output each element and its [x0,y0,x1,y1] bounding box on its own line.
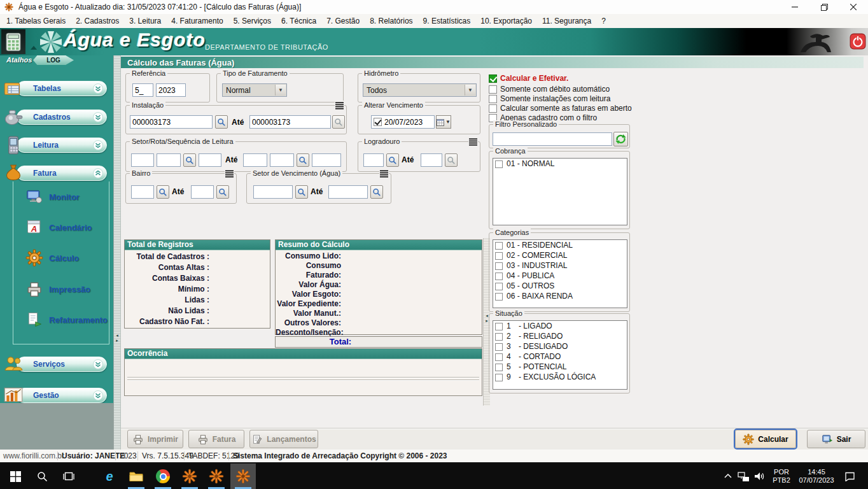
calcular-efetivar-option[interactable]: Calcular e Efetivar. [489,74,568,83]
menu-item-tabelas-gerais[interactable]: 1. Tabelas Gerais [1,15,71,27]
situacao-item[interactable]: 2- RELIGADO [493,331,627,341]
situacao-item[interactable]: 9- EXCLUSÃO LÓGICA [493,372,627,382]
vencimento-checkbox[interactable] [374,118,382,126]
sair-button[interactable]: Sair [807,430,865,448]
list-icon[interactable] [335,101,344,112]
sidebar-splitter[interactable]: ◂ ▸ [113,55,121,450]
lancamentos-button[interactable]: Lançamentos [249,430,318,448]
setor-input-4[interactable] [243,153,267,167]
tray-clock-button[interactable]: 14:4507/07/2023 [795,464,837,489]
sidebar-group-servicos[interactable]: Serviços [3,355,111,374]
taskbar-search-button[interactable] [29,464,55,489]
calcular-efetivar-checkbox[interactable] [489,74,497,83]
tipo-faturamento-select[interactable]: Normal ▼ [222,83,287,97]
situacao-item[interactable]: 3- DESLIGADO [493,341,627,351]
filtro-apply-button[interactable] [613,132,628,146]
cobranca-item-checkbox[interactable] [495,160,503,168]
categoria-item[interactable]: 03 - INDUSTRIAL [493,260,627,271]
setor-vencimento-from-search-button[interactable] [295,185,308,199]
faturas-aberto-checkbox[interactable] [489,104,497,113]
taskbar-chrome-button[interactable] [150,464,176,489]
collapse-arrow-icon[interactable] [31,46,37,50]
situacao-checkbox[interactable] [495,343,503,351]
taskbar-fiorilli-button-1[interactable] [177,464,202,489]
categoria-item[interactable]: 06 - BAIXA RENDA [493,291,627,301]
menu-item-servicos[interactable]: 5. Serviços [228,15,276,27]
categoria-item[interactable]: 02 - COMERCIAL [493,250,627,260]
categoria-item[interactable]: 01 - RESIDENCIAL [493,240,627,250]
setor-input-5[interactable] [270,153,294,167]
menu-item-leitura[interactable]: 3. Leitura [124,15,166,27]
setor-input-1[interactable] [131,153,154,167]
categoria-item[interactable]: 04 - PUBLICA [493,271,627,281]
instalacao-from-input[interactable] [130,115,213,129]
logradouro-from-input[interactable] [363,153,384,167]
date-picker-button[interactable]: ▼ [436,115,451,129]
setor-search-button-1[interactable] [183,153,196,167]
power-button[interactable] [850,33,866,50]
tray-network-button[interactable] [736,464,751,489]
list-icon[interactable] [225,169,234,180]
categoria-checkbox[interactable] [495,262,503,270]
sidebar-item-calendario[interactable]: A Calendário [25,216,112,238]
situacao-checkbox[interactable] [495,364,503,371]
categoria-item[interactable]: 05 - OUTROS [493,281,627,291]
setor-search-button-2[interactable] [297,153,309,167]
somente-leitura-checkbox[interactable] [489,95,497,103]
categoria-checkbox[interactable] [495,293,503,301]
menu-item-estatisticas[interactable]: 9. Estatísticas [418,15,476,27]
taskbar-ie-button[interactable]: e [97,464,122,489]
sidebar-item-calculo[interactable]: Cálculo [25,247,112,269]
situacao-item[interactable]: 1- LIGADO [493,321,627,331]
taskbar-fiorilli-button-2[interactable] [204,464,229,489]
log-badge[interactable]: LOG [33,55,74,65]
list-icon[interactable] [468,137,478,148]
setor-input-2[interactable] [157,153,181,167]
minimize-button[interactable] [780,0,809,14]
bairro-from-input[interactable] [131,185,154,199]
somente-leitura-option[interactable]: Somente instalações com leitura [489,94,610,103]
logradouro-to-input[interactable] [421,153,442,167]
list-icon[interactable] [379,169,389,180]
task-view-button[interactable] [56,464,81,489]
tray-volume-button[interactable] [752,464,767,489]
setor-vencimento-from-input[interactable] [253,185,293,199]
menu-item-tecnica[interactable]: 6. Técnica [276,15,321,27]
sidebar-group-leitura[interactable]: Leitura [3,136,111,155]
referencia-year-input[interactable] [156,83,186,97]
bairro-to-search-button[interactable] [216,185,229,199]
menu-item-cadastros[interactable]: 2. Cadastros [71,15,124,27]
vencimento-date-field[interactable]: 20/07/2023 [371,115,435,129]
calcular-button[interactable]: Calcular [735,430,796,448]
start-button[interactable] [3,464,28,489]
setor-vencimento-to-input[interactable] [328,185,368,199]
sidebar-group-tabelas[interactable]: Tabelas [3,80,111,99]
categoria-checkbox[interactable] [495,252,503,260]
categoria-checkbox[interactable] [495,283,503,290]
situacao-checkbox[interactable] [495,333,503,341]
sidebar-item-monitor[interactable]: Monitor [25,186,112,208]
tray-language-button[interactable]: PORPTB2 [769,464,794,489]
taskbar-fiorilli-button-active[interactable] [230,464,256,489]
categoria-checkbox[interactable] [495,242,503,250]
imprimir-button[interactable]: Imprimir [127,430,183,448]
sidebar-group-cadastros[interactable]: Cadastros [3,108,111,127]
menu-item-faturamento[interactable]: 4. Faturamento [166,15,228,27]
situacao-item[interactable]: 5- POTENCIAL [493,362,627,372]
referencia-month-input[interactable] [132,83,153,97]
menu-item-relatorios[interactable]: 8. Relatórios [365,15,417,27]
cobranca-item[interactable]: 01 - NORMAL [493,159,627,169]
logradouro-to-search-button[interactable] [445,153,458,167]
sidebar-item-refaturamento[interactable]: Refaturamento [25,309,112,330]
situacao-item[interactable]: 4- CORTADO [493,351,627,362]
logradouro-from-search-button[interactable] [386,153,399,167]
menu-item-gestao[interactable]: 7. Gestão [321,15,365,27]
instalacao-to-input[interactable] [249,115,331,129]
sidebar-item-impressao[interactable]: Impressão [25,278,112,300]
bairro-to-input[interactable] [191,185,214,199]
filtro-personalizado-input[interactable] [493,132,612,146]
fatura-button[interactable]: Fatura [188,430,244,448]
bairro-from-search-button[interactable] [157,185,169,199]
close-button[interactable] [839,0,868,14]
hidrometro-select[interactable]: Todos ▼ [363,83,477,97]
